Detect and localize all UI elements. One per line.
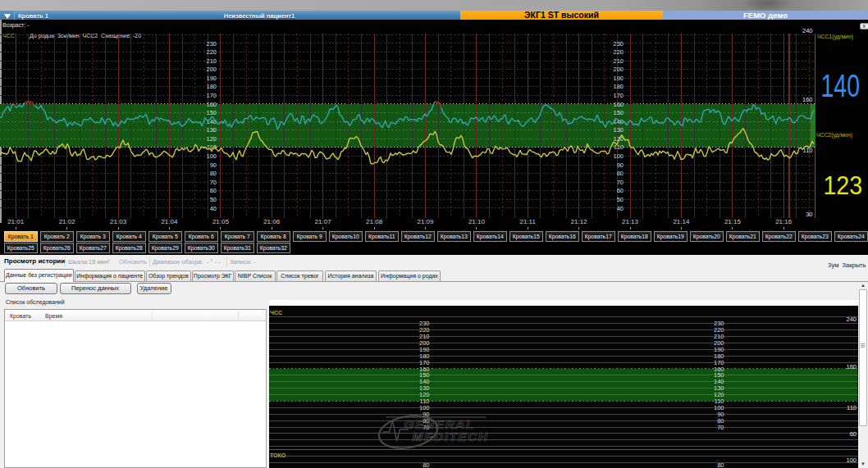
svg-text:30: 30 (806, 211, 812, 218)
svg-text:80: 80 (717, 461, 724, 468)
svg-text:21:16: 21:16 (775, 218, 793, 225)
svg-text:80: 80 (617, 170, 624, 177)
svg-text:50: 50 (617, 196, 624, 203)
svg-text:21:14: 21:14 (673, 218, 690, 225)
svg-text:60: 60 (617, 187, 624, 194)
svg-text:21:15: 21:15 (724, 218, 742, 225)
svg-text:21:02: 21:02 (59, 218, 76, 225)
svg-text:210: 210 (206, 57, 217, 65)
svg-text:150: 150 (206, 109, 217, 116)
svg-text:21:04: 21:04 (161, 218, 178, 225)
svg-text:21:13: 21:13 (622, 218, 639, 225)
svg-text:40: 40 (617, 205, 624, 212)
svg-text:21:07: 21:07 (315, 218, 332, 225)
svg-text:MEDITECH: MEDITECH (412, 429, 488, 443)
svg-text:160: 160 (802, 96, 813, 103)
svg-text:210: 210 (613, 57, 624, 65)
svg-text:21:09: 21:09 (417, 218, 434, 225)
svg-text:21:05: 21:05 (212, 218, 230, 225)
svg-text:150: 150 (613, 109, 624, 116)
svg-text:220: 220 (613, 48, 624, 56)
svg-text:100: 100 (613, 152, 624, 160)
svg-text:21:08: 21:08 (366, 218, 383, 225)
svg-text:70: 70 (210, 179, 217, 186)
svg-text:190: 190 (206, 75, 217, 82)
svg-text:70: 70 (717, 424, 724, 431)
svg-text:40: 40 (210, 205, 217, 212)
svg-text:60: 60 (210, 187, 217, 194)
svg-text:21:11: 21:11 (519, 218, 536, 225)
svg-text:50: 50 (210, 196, 217, 203)
svg-text:240: 240 (846, 316, 857, 323)
svg-text:200: 200 (613, 66, 624, 73)
svg-text:170: 170 (206, 92, 217, 99)
svg-text:200: 200 (206, 66, 217, 73)
svg-text:21:01: 21:01 (7, 218, 25, 225)
svg-text:180: 180 (206, 83, 217, 90)
svg-text:120: 120 (206, 135, 217, 143)
svg-text:100: 100 (846, 457, 857, 464)
svg-text:220: 220 (206, 48, 217, 56)
svg-text:21:03: 21:03 (110, 218, 127, 225)
svg-text:80: 80 (423, 461, 429, 468)
svg-text:90: 90 (210, 161, 217, 169)
svg-text:130: 130 (613, 126, 624, 134)
svg-text:21:06: 21:06 (263, 218, 281, 225)
svg-text:160: 160 (846, 363, 857, 370)
svg-text:130: 130 (206, 126, 217, 134)
svg-text:160: 160 (613, 101, 624, 108)
svg-text:170: 170 (613, 92, 624, 99)
svg-text:21:10: 21:10 (468, 218, 486, 225)
svg-text:230: 230 (206, 40, 217, 48)
svg-text:240: 240 (802, 27, 813, 34)
svg-text:90: 90 (617, 161, 624, 169)
svg-text:110: 110 (847, 404, 857, 411)
svg-text:230: 230 (613, 40, 624, 48)
svg-text:100: 100 (206, 152, 217, 160)
svg-text:21:12: 21:12 (571, 218, 588, 225)
svg-text:110: 110 (614, 143, 624, 151)
svg-text:70: 70 (617, 179, 624, 186)
svg-text:190: 190 (613, 75, 624, 82)
svg-text:80: 80 (210, 170, 217, 177)
svg-text:180: 180 (613, 83, 624, 90)
svg-text:160: 160 (206, 101, 217, 108)
svg-text:60: 60 (849, 430, 856, 438)
